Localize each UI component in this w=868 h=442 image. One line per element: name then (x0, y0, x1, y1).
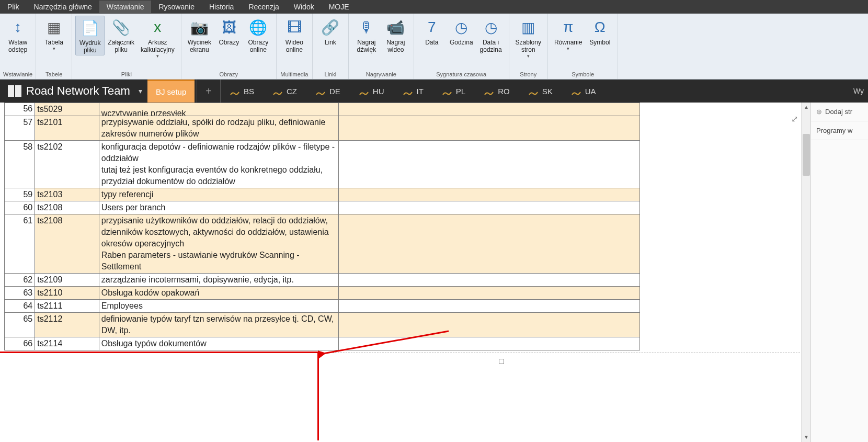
scroll-down-icon[interactable]: ▼ (802, 433, 810, 442)
menu-item-wstawianie[interactable]: Wstawianie (99, 1, 152, 13)
add-page-button[interactable]: Dodaj str (811, 103, 868, 121)
tab-active[interactable]: BJ setup (147, 80, 195, 103)
notebook-dropdown-icon[interactable]: ▾ (133, 87, 147, 95)
row-description: zarządzanie incotermsami, dopisywanie, e… (99, 274, 338, 287)
page-list-item[interactable]: Programy w (811, 121, 868, 140)
rownanie[interactable]: πRównanie▾ (551, 16, 585, 52)
arkusz-kalkulacyjny-dropdown-icon[interactable]: ▾ (156, 53, 159, 59)
section-tab-sk[interactable]: SK (519, 87, 562, 96)
scroll-up-icon[interactable]: ▲ (802, 103, 810, 112)
ribbon-group-nagrywanie: 🎙Nagraj dźwięk📹Nagraj wideoNagrywanie (349, 14, 414, 79)
link-icon: 🔗 (320, 17, 341, 38)
resize-handle[interactable] (499, 359, 504, 364)
sectionbar-right-button[interactable]: Wy (849, 87, 868, 95)
section-tab-it[interactable]: IT (394, 87, 433, 96)
content-table[interactable]: 56ts5029wczytywanie przesyłek 57ts2101pr… (4, 103, 640, 350)
scroll-thumb[interactable] (803, 134, 810, 176)
menu-item-moje[interactable]: MOJE (322, 1, 357, 13)
row-number: 66 (5, 337, 35, 350)
menu-item-widok[interactable]: Widok (287, 1, 322, 13)
row-number: 60 (5, 201, 35, 214)
section-tab-label: HU (373, 87, 384, 96)
table-row[interactable]: 56ts5029wczytywanie przesyłek (5, 103, 640, 116)
table-row[interactable]: 64ts2111Employees (5, 300, 640, 313)
table-row[interactable]: 59ts2103typy referencji (5, 188, 640, 201)
svg-rect-0 (8, 85, 14, 97)
wstaw-odstep[interactable]: ↕Wstaw odstęp (3, 16, 32, 54)
table-row[interactable]: 62ts2109zarządzanie incotermsami, dopisy… (5, 274, 640, 287)
section-icon (316, 88, 325, 94)
tabela-icon: ▦ (43, 17, 64, 38)
section-icon (442, 88, 452, 94)
wideo-online[interactable]: 🎞Wideo online (280, 16, 309, 54)
table-row[interactable]: 65ts2112definiowanie typów taryf tzn ser… (5, 313, 640, 337)
menu-item-recenzja[interactable]: Recenzja (241, 1, 286, 13)
tabela[interactable]: ▦Tabela▾ (39, 16, 68, 52)
data-godzina[interactable]: ◷Data i godzina (476, 16, 506, 54)
ribbon-group-multimedia: 🎞Wideo onlineMultimedia (277, 14, 313, 79)
section-tab-pl[interactable]: PL (433, 87, 475, 96)
zalacznik-pliku[interactable]: 📎Załącznik pliku (105, 16, 138, 54)
section-tab-bs[interactable]: BS (221, 87, 264, 96)
table-row[interactable]: 58ts2102konfiguracja depotów - definiowa… (5, 141, 640, 188)
table-row[interactable]: 57ts2101przypisywanie oddziału, spółki d… (5, 116, 640, 141)
rownanie-label: Równanie (554, 39, 582, 46)
ribbon-group-label: Symbole (551, 70, 614, 79)
arkusz-kalkulacyjny[interactable]: xArkusz kalkulacyjny▾ (138, 16, 178, 60)
section-icon (572, 88, 581, 94)
data[interactable]: 7Data (417, 16, 447, 47)
nagraj-dzwiek[interactable]: 🎙Nagraj dźwięk (352, 16, 381, 54)
szablony-stron-dropdown-icon[interactable]: ▾ (527, 53, 530, 59)
section-tab-label: UA (585, 87, 596, 96)
szablony-stron[interactable]: ▥Szablony stron▾ (512, 16, 544, 60)
section-tab-cz[interactable]: CZ (264, 87, 306, 96)
section-tab-label: IT (417, 87, 424, 96)
ribbon-group-label: Sygnatura czasowa (417, 70, 506, 79)
rownanie-dropdown-icon[interactable]: ▾ (567, 46, 569, 51)
menu-item-historia[interactable]: Historia (202, 1, 241, 13)
section-tab-ro[interactable]: RO (475, 87, 519, 96)
table-row[interactable]: 60ts2108Users per branch (5, 201, 640, 214)
table-row[interactable]: 63ts2110Obsługa kodów opakowań (5, 287, 640, 300)
notebook-title[interactable]: Road Network Team (26, 84, 130, 98)
zalacznik-pliku-icon: 📎 (111, 17, 132, 38)
row-description: typy referencji (99, 188, 338, 201)
obrazy-online[interactable]: 🌐Obrazy online (244, 16, 273, 54)
godzina[interactable]: ◷Godzina (447, 16, 476, 47)
section-bar: Road Network Team ▾ BJ setup + BSCZDEHUI… (0, 80, 868, 103)
data-godzina-icon: ◷ (481, 17, 501, 38)
obrazy[interactable]: 🖼Obrazy (214, 16, 244, 47)
tab-add[interactable]: + (197, 80, 221, 103)
wydruk-pliku[interactable]: 📄Wydruk pliku (75, 16, 105, 55)
nagraj-wideo[interactable]: 📹Nagraj wideo (381, 16, 410, 54)
godzina-icon: ◷ (451, 17, 472, 38)
expand-icon[interactable]: ⤢ (791, 114, 798, 124)
tabela-dropdown-icon[interactable]: ▾ (53, 46, 55, 51)
section-tab-label: PL (456, 87, 465, 96)
row-description: Obsługa kodów opakowań (99, 287, 338, 300)
table-row[interactable]: 66ts2114Obsługa typów dokumentów (5, 337, 640, 350)
row-extra (338, 103, 639, 116)
menu-item-plik[interactable]: Plik (0, 1, 27, 13)
arkusz-kalkulacyjny-icon: x (147, 17, 168, 38)
section-tab-hu[interactable]: HU (350, 87, 394, 96)
row-number: 61 (5, 214, 35, 274)
zalacznik-pliku-label: Załącznik pliku (108, 39, 134, 53)
ribbon-group-wstawianie: ↕Wstaw odstępWstawianie (0, 14, 36, 79)
row-code: ts5029 (35, 103, 99, 116)
table-row[interactable]: 61ts2108przypisanie użytkowników do oddz… (5, 214, 640, 274)
page-canvas[interactable]: 56ts5029wczytywanie przesyłek 57ts2101pr… (0, 103, 810, 442)
row-extra (338, 313, 639, 337)
menu-item-narzędzia-główne[interactable]: Narzędzia główne (27, 1, 99, 13)
section-tab-de[interactable]: DE (306, 87, 350, 96)
symbol[interactable]: ΩSymbol (585, 16, 614, 47)
obrazy-icon: 🖼 (219, 17, 239, 38)
ribbon-group-label: Pliki (75, 70, 177, 79)
row-description: definiowanie typów taryf tzn serwisów na… (99, 313, 338, 337)
section-tab-ua[interactable]: UA (562, 87, 606, 96)
wycinek-ekranu[interactable]: 📷Wycinek ekranu (185, 16, 214, 54)
vertical-scrollbar[interactable]: ▲ ▼ (801, 103, 810, 442)
link[interactable]: 🔗Link (316, 16, 345, 47)
menu-item-rysowanie[interactable]: Rysowanie (151, 1, 201, 13)
symbol-label: Symbol (589, 39, 610, 46)
